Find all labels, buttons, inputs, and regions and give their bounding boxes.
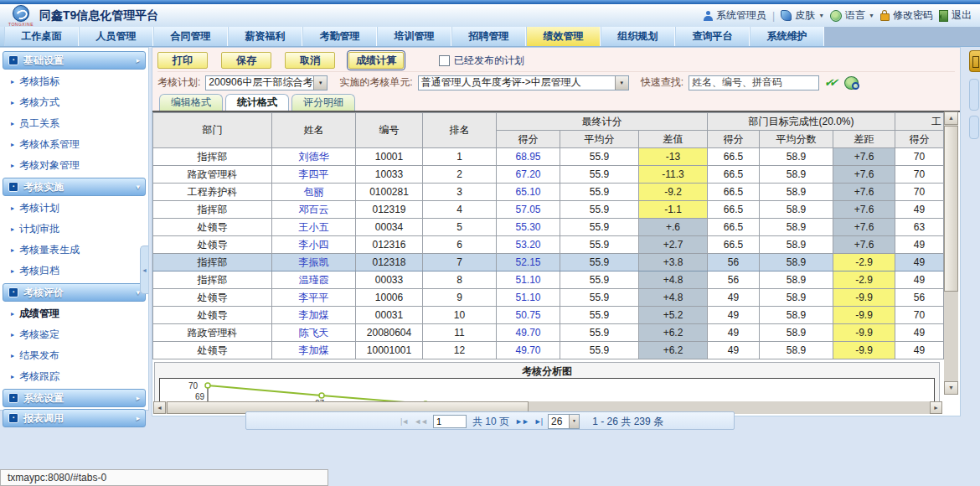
sidebar-item[interactable]: ▸成绩管理: [0, 303, 148, 324]
table-row[interactable]: 处领导王小五00034555.3055.9+.666.558.9+7.663: [153, 219, 944, 236]
column-group-header[interactable]: 工: [895, 113, 944, 131]
sidebar-item[interactable]: ▸考核跟踪: [0, 366, 148, 387]
view-tab[interactable]: 统计格式: [225, 94, 289, 111]
sidebar-item[interactable]: ▸考核方式: [0, 92, 148, 113]
name-cell[interactable]: 温瑾霞: [272, 271, 356, 289]
sidebar-group-header[interactable]: ▪系统设置▸: [3, 389, 146, 407]
nav-tab[interactable]: 考勤管理: [302, 27, 377, 46]
name-cell[interactable]: 李小四: [272, 236, 356, 254]
column-header[interactable]: 姓名: [272, 113, 356, 148]
quick-search-input[interactable]: [689, 75, 819, 90]
sidebar-item[interactable]: ▸考核体系管理: [0, 134, 148, 155]
sidebar-item[interactable]: ▸员工关系: [0, 113, 148, 134]
scroll-down-icon[interactable]: ▼: [944, 381, 958, 395]
sidebar-group-header[interactable]: ▪考核评价▾: [3, 283, 146, 302]
column-subheader[interactable]: 平均分: [560, 131, 639, 148]
table-row[interactable]: 指挥部李振凯012318752.1555.9+3.85658.9-2.949: [153, 254, 944, 271]
nav-tab[interactable]: 系统维护: [750, 27, 824, 46]
table-row[interactable]: 指挥部温瑾霞00033851.1055.9+4.85658.9-2.949: [153, 271, 944, 289]
name-cell[interactable]: 李加煤: [272, 307, 356, 324]
search-globe-icon[interactable]: [844, 76, 859, 90]
nav-tab[interactable]: 薪资福利: [228, 27, 302, 46]
next-page-icon[interactable]: ►►: [515, 417, 529, 426]
score-calculate-button[interactable]: 成绩计算: [348, 52, 404, 69]
nav-tab[interactable]: 人员管理: [79, 27, 153, 46]
table-row[interactable]: 处领导李平平10006951.1055.9+4.84958.9-9.956: [153, 289, 944, 307]
sidebar-group-header[interactable]: ▪基础设置▸: [3, 51, 146, 70]
sidebar-item[interactable]: ▸结果发布: [0, 345, 148, 366]
nav-tab[interactable]: 绩效管理: [526, 27, 601, 46]
column-group-header[interactable]: 最终计分: [497, 113, 708, 131]
column-subheader[interactable]: 平均分数: [760, 131, 833, 148]
nav-tab[interactable]: 查询平台: [675, 27, 750, 46]
name-cell[interactable]: 李振凯: [272, 254, 356, 271]
column-header[interactable]: 排名: [423, 113, 497, 148]
column-group-header[interactable]: 部门目标完成性(20.0%): [708, 113, 895, 131]
view-tab[interactable]: 评分明细: [291, 94, 355, 111]
sidebar-group-header[interactable]: ▪考核实施▾: [3, 178, 146, 196]
collapsed-side-tab[interactable]: [969, 50, 980, 72]
column-subheader[interactable]: 得分: [708, 131, 760, 148]
scroll-right-icon[interactable]: ►: [930, 401, 942, 414]
last-page-icon[interactable]: ►|: [534, 417, 542, 426]
name-cell[interactable]: 邓百云: [272, 201, 356, 219]
name-cell[interactable]: 陈飞天: [272, 324, 356, 342]
cancel-button[interactable]: 取消: [285, 52, 335, 69]
column-subheader[interactable]: 差距: [833, 131, 895, 148]
language-menu[interactable]: 语言 ▼: [830, 8, 874, 23]
name-cell[interactable]: 刘德华: [272, 148, 356, 166]
scroll-up-icon[interactable]: ▲: [944, 111, 958, 125]
sidebar-item[interactable]: ▸考核鉴定: [0, 324, 148, 345]
first-page-icon[interactable]: |◄: [400, 417, 408, 426]
sidebar-item[interactable]: ▸考核归档: [0, 261, 148, 282]
nav-tab[interactable]: 培训管理: [377, 27, 451, 46]
plan-select[interactable]: 200906中层干部综合考评 ▼: [205, 75, 328, 90]
sidebar-item[interactable]: ▸考核量表生成: [0, 240, 148, 261]
skin-menu[interactable]: 皮肤 ▼: [781, 8, 824, 23]
table-row[interactable]: 指挥部刘德华10001168.9555.9-1366.558.9+7.670: [153, 148, 944, 166]
table-row[interactable]: 处领导李加煤100010011249.7055.9+6.24958.9-9.94…: [153, 342, 944, 359]
table-vertical-scrollbar[interactable]: ▲ ▼: [944, 111, 958, 395]
sidebar-collapse-handle[interactable]: ◄: [140, 246, 148, 294]
vertical-scroll-thumb[interactable]: [944, 126, 958, 292]
change-password-button[interactable]: 修改密码: [880, 8, 933, 23]
table-row[interactable]: 指挥部邓百云012319457.0555.9-1.166.558.9+7.649: [153, 201, 944, 219]
nav-tab[interactable]: 招聘管理: [451, 27, 526, 46]
sidebar-item[interactable]: ▸计划审批: [0, 219, 148, 240]
table-row[interactable]: 处领导李小四012316653.2055.9+2.766.558.9+7.649: [153, 236, 944, 254]
edge-panel-pill[interactable]: [969, 79, 979, 111]
sidebar-group-header[interactable]: ▪报表调用▸: [3, 409, 146, 427]
table-row[interactable]: 处领导李加煤000311050.7555.9+5.24958.9-9.970: [153, 307, 944, 324]
confirm-check-icon[interactable]: ✔✔: [824, 76, 839, 89]
nav-tab[interactable]: 组织规划: [601, 27, 675, 46]
column-header[interactable]: 部门: [153, 113, 272, 148]
table-row[interactable]: 工程养护科包丽0100281365.1055.9-9.266.558.9+7.6…: [153, 184, 944, 201]
view-tab[interactable]: 编辑格式: [159, 94, 223, 111]
name-cell[interactable]: 李四平: [272, 166, 356, 184]
save-button[interactable]: 保存: [221, 52, 271, 69]
logout-button[interactable]: 退出: [939, 8, 972, 23]
sidebar-item[interactable]: ▸考核计划: [0, 198, 148, 219]
sidebar-item[interactable]: ▸考核指标: [0, 71, 148, 92]
name-cell[interactable]: 李平平: [272, 289, 356, 307]
scroll-left-icon[interactable]: ◄: [153, 401, 166, 414]
published-plan-checkbox[interactable]: [439, 55, 450, 66]
nav-tab[interactable]: 工作桌面: [4, 27, 79, 46]
name-cell[interactable]: 李加煤: [272, 342, 356, 359]
print-button[interactable]: 打印: [157, 52, 208, 69]
column-subheader[interactable]: 得分: [895, 131, 944, 148]
table-row[interactable]: 路政管理科陈飞天200806041149.7055.9+6.24958.9-9.…: [153, 324, 944, 342]
edge-panel-pill[interactable]: [969, 116, 979, 139]
column-subheader[interactable]: 差值: [639, 131, 708, 148]
name-cell[interactable]: 包丽: [272, 184, 356, 201]
name-cell[interactable]: 王小五: [272, 219, 356, 236]
unit-select[interactable]: 普通管理人员年度考评->中层管理人 ▼: [418, 75, 629, 90]
page-size-select[interactable]: 26 ▼: [548, 414, 580, 429]
prev-page-icon[interactable]: ◄◄: [414, 417, 427, 426]
table-row[interactable]: 路政管理科李四平10033267.2055.9-11.366.558.9+7.6…: [153, 166, 944, 184]
page-number-input[interactable]: [433, 415, 467, 428]
sidebar-item[interactable]: ▸考核对象管理: [0, 155, 148, 176]
column-subheader[interactable]: 得分: [497, 131, 560, 148]
nav-tab[interactable]: 合同管理: [153, 27, 228, 46]
column-header[interactable]: 编号: [356, 113, 423, 148]
